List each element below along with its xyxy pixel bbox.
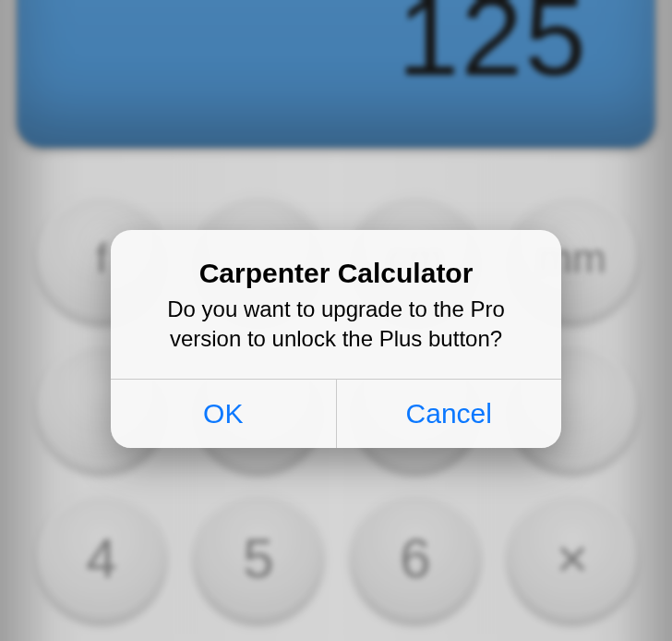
alert-buttons: OK Cancel <box>111 379 561 448</box>
cancel-button[interactable]: Cancel <box>336 380 562 448</box>
alert-title: Carpenter Calculator <box>137 258 535 289</box>
ok-button[interactable]: OK <box>111 380 336 448</box>
alert-message: Do you want to upgrade to the Pro versio… <box>137 295 535 355</box>
alert-body: Carpenter Calculator Do you want to upgr… <box>111 230 561 379</box>
upgrade-alert: Carpenter Calculator Do you want to upgr… <box>111 230 561 448</box>
